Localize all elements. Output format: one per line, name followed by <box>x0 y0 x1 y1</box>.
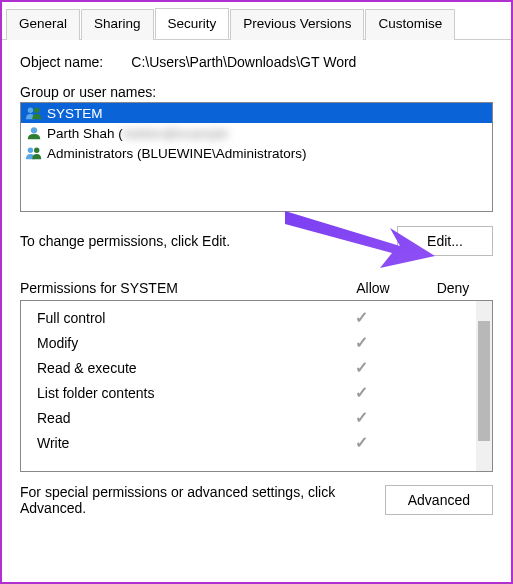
object-name-row: Object name: C:\Users\Parth\Downloads\GT… <box>20 54 493 70</box>
svg-point-0 <box>28 108 33 113</box>
perm-row-read[interactable]: Read ✓ <box>29 405 468 430</box>
checkmark-icon: ✓ <box>326 433 396 452</box>
properties-dialog: General Sharing Security Previous Versio… <box>0 0 513 584</box>
users-icon <box>25 145 43 161</box>
advanced-button[interactable]: Advanced <box>385 485 493 515</box>
edit-instruction: To change permissions, click Edit. <box>20 233 230 249</box>
perm-row-write[interactable]: Write ✓ <box>29 430 468 455</box>
tab-customise[interactable]: Customise <box>365 9 455 40</box>
users-icon <box>25 105 43 121</box>
user-icon <box>25 125 43 141</box>
tab-sharing[interactable]: Sharing <box>81 9 154 40</box>
user-label: Administrators (BLUEWINE\Administrators) <box>47 146 307 161</box>
tab-general[interactable]: General <box>6 9 80 40</box>
edit-row: To change permissions, click Edit. Edit.… <box>20 226 493 256</box>
perm-name: Read & execute <box>31 360 326 376</box>
user-hidden-text: hidden@example <box>123 126 228 141</box>
column-allow: Allow <box>333 280 413 296</box>
user-item-administrators[interactable]: Administrators (BLUEWINE\Administrators) <box>21 143 492 163</box>
security-panel: Object name: C:\Users\Parth\Downloads\GT… <box>2 40 511 528</box>
permissions-list-inner: Full control ✓ Modify ✓ Read & execute ✓… <box>21 301 476 471</box>
user-list[interactable]: SYSTEM Parth Shah ( hidden@example Admin… <box>20 102 493 212</box>
permissions-list: Full control ✓ Modify ✓ Read & execute ✓… <box>20 300 493 472</box>
svg-point-4 <box>34 148 39 153</box>
perm-row-full-control[interactable]: Full control ✓ <box>29 305 468 330</box>
tab-strip: General Sharing Security Previous Versio… <box>2 2 511 40</box>
perm-row-list-folder[interactable]: List folder contents ✓ <box>29 380 468 405</box>
checkmark-icon: ✓ <box>326 333 396 352</box>
perm-name: Write <box>31 435 326 451</box>
checkmark-icon: ✓ <box>326 408 396 427</box>
edit-button[interactable]: Edit... <box>397 226 493 256</box>
user-item-system[interactable]: SYSTEM <box>21 103 492 123</box>
tab-security[interactable]: Security <box>155 8 230 39</box>
checkmark-icon: ✓ <box>326 358 396 377</box>
svg-point-3 <box>28 148 33 153</box>
perm-row-modify[interactable]: Modify ✓ <box>29 330 468 355</box>
scroll-thumb[interactable] <box>478 321 490 441</box>
advanced-row: For special permissions or advanced sett… <box>20 484 493 516</box>
object-name-value: C:\Users\Parth\Downloads\GT Word <box>131 54 356 70</box>
svg-point-2 <box>31 127 37 133</box>
advanced-instruction: For special permissions or advanced sett… <box>20 484 340 516</box>
perm-name: Full control <box>31 310 326 326</box>
permissions-header: Permissions for SYSTEM Allow Deny <box>20 280 493 296</box>
scrollbar[interactable] <box>476 301 492 471</box>
perm-row-read-execute[interactable]: Read & execute ✓ <box>29 355 468 380</box>
svg-point-1 <box>34 108 39 113</box>
user-label: Parth Shah ( <box>47 126 123 141</box>
user-item-parth[interactable]: Parth Shah ( hidden@example <box>21 123 492 143</box>
user-label: SYSTEM <box>47 106 103 121</box>
checkmark-icon: ✓ <box>326 308 396 327</box>
perm-name: Modify <box>31 335 326 351</box>
perm-name: List folder contents <box>31 385 326 401</box>
permissions-title: Permissions for SYSTEM <box>20 280 333 296</box>
checkmark-icon: ✓ <box>326 383 396 402</box>
object-name-label: Object name: <box>20 54 103 70</box>
column-deny: Deny <box>413 280 493 296</box>
tab-previous-versions[interactable]: Previous Versions <box>230 9 364 40</box>
group-user-names-label: Group or user names: <box>20 84 493 100</box>
perm-name: Read <box>31 410 326 426</box>
